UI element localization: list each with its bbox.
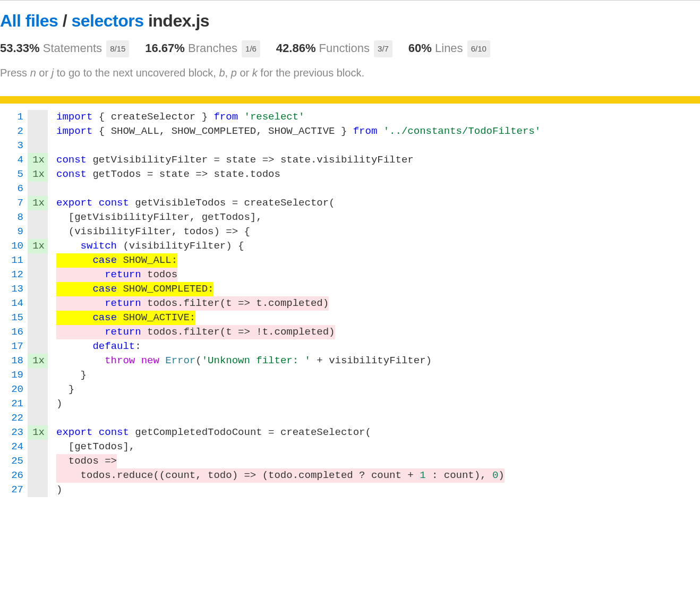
line-number[interactable]: 13 [11,282,28,296]
line-source: case SHOW_ACTIVE: [56,311,541,325]
line-source: return todos [56,268,541,282]
line-source: case SHOW_COMPLETED: [56,282,541,296]
key-b: b [219,67,225,79]
line-number[interactable]: 12 [11,268,28,282]
coverage-report: All files / selectors index.js 53.33% St… [0,0,700,508]
code-table: 1 import { createSelector } from 'resele… [11,110,541,497]
line-number[interactable]: 5 [11,167,28,182]
line-number[interactable]: 18 [11,354,28,368]
line-number[interactable]: 26 [11,468,28,483]
line-source: case SHOW_ALL: [56,253,541,268]
stat-functions: 42.86% Functions 3/7 [276,40,392,57]
line-number[interactable]: 27 [11,483,28,497]
code-line: 21 ) [11,397,541,411]
line-source: } [56,368,541,382]
line-number[interactable]: 21 [11,397,28,411]
line-source: import { SHOW_ALL, SHOW_COMPLETED, SHOW_… [56,124,541,139]
line-coverage-count [28,440,48,454]
line-number[interactable]: 9 [11,225,28,239]
stat-label: Functions [319,41,370,55]
key-p: p [231,67,237,79]
breadcrumb: All files / selectors index.js [0,11,700,31]
code-line: 17 default: [11,339,541,354]
code-line: 26 todos.reduce((count, todo) => (todo.c… [11,468,541,483]
line-number[interactable]: 2 [11,124,28,139]
code-line: 1 import { createSelector } from 'resele… [11,110,541,124]
code-line: 2 import { SHOW_ALL, SHOW_COMPLETED, SHO… [11,124,541,139]
line-number[interactable]: 20 [11,382,28,397]
line-number[interactable]: 25 [11,454,28,468]
code-line: 14 return todos.filter(t => t.completed) [11,296,541,311]
line-coverage-count [28,311,48,325]
line-number[interactable]: 19 [11,368,28,382]
code-line: 8 [getVisibilityFilter, getTodos], [11,210,541,225]
breadcrumb-separator: / [58,11,71,30]
line-number[interactable]: 10 [11,239,28,253]
line-source: (visibilityFilter, todos) => { [56,225,541,239]
line-coverage-count [28,282,48,296]
line-source [56,411,541,425]
code-line: 6 [11,182,541,196]
line-source: switch (visibilityFilter) { [56,239,541,253]
line-number[interactable]: 11 [11,253,28,268]
stat-pct: 16.67% [145,41,185,55]
code-line: 24 [getTodos], [11,440,541,454]
code-line: 181x throw new Error('Unknown filter: ' … [11,354,541,368]
coverage-status-bar [0,96,700,104]
code-line: 15 case SHOW_ACTIVE: [11,311,541,325]
code-line: 231x export const getCompletedTodoCount … [11,425,541,440]
line-number[interactable]: 6 [11,182,28,196]
stat-label: Statements [43,41,102,55]
line-source: default: [56,339,541,354]
line-number[interactable]: 23 [11,425,28,440]
line-number[interactable]: 1 [11,110,28,124]
line-source: [getTodos], [56,440,541,454]
line-number[interactable]: 16 [11,325,28,339]
line-number[interactable]: 3 [11,139,28,153]
line-source: return todos.filter(t => !t.completed) [56,325,541,339]
line-number[interactable]: 17 [11,339,28,354]
line-source [56,182,541,196]
stat-fraction: 8/15 [106,40,129,57]
code-line: 16 return todos.filter(t => !t.completed… [11,325,541,339]
line-source: ) [56,483,541,497]
breadcrumb-folder[interactable]: selectors [71,11,143,30]
line-number[interactable]: 15 [11,311,28,325]
line-coverage-count: 1x [28,425,48,440]
key-k: k [252,67,258,79]
line-source: import { createSelector } from 'reselect… [56,110,541,124]
line-coverage-count [28,468,48,483]
stat-branches: 16.67% Branches 1/6 [145,40,260,57]
line-coverage-count: 1x [28,196,48,210]
code-line: 51x const getTodos = state => state.todo… [11,167,541,182]
line-number[interactable]: 24 [11,440,28,454]
line-number[interactable]: 14 [11,296,28,311]
code-line: 13 case SHOW_COMPLETED: [11,282,541,296]
line-number[interactable]: 4 [11,153,28,167]
breadcrumb-all-files[interactable]: All files [0,11,58,30]
line-coverage-count [28,339,48,354]
report-header: All files / selectors index.js 53.33% St… [0,1,700,96]
line-coverage-count [28,268,48,282]
stat-fraction: 3/7 [374,40,392,57]
code-line: 71x export const getVisibleTodos = creat… [11,196,541,210]
line-coverage-count [28,483,48,497]
code-line: 11 case SHOW_ALL: [11,253,541,268]
line-source: export const getCompletedTodoCount = cre… [56,425,541,440]
line-source: export const getVisibleTodos = createSel… [56,196,541,210]
stat-fraction: 6/10 [467,40,490,57]
line-number[interactable]: 7 [11,196,28,210]
code-line: 20 } [11,382,541,397]
line-coverage-count: 1x [28,167,48,182]
stat-label: Branches [188,41,237,55]
line-source: todos.reduce((count, todo) => (todo.comp… [56,468,541,483]
line-source: ) [56,397,541,411]
line-coverage-count [28,411,48,425]
line-source: [getVisibilityFilter, getTodos], [56,210,541,225]
keyboard-hint: Press n or j to go to the next uncovered… [0,67,700,79]
line-coverage-count [28,253,48,268]
line-coverage-count: 1x [28,354,48,368]
line-coverage-count [28,210,48,225]
line-number[interactable]: 8 [11,210,28,225]
line-number[interactable]: 22 [11,411,28,425]
